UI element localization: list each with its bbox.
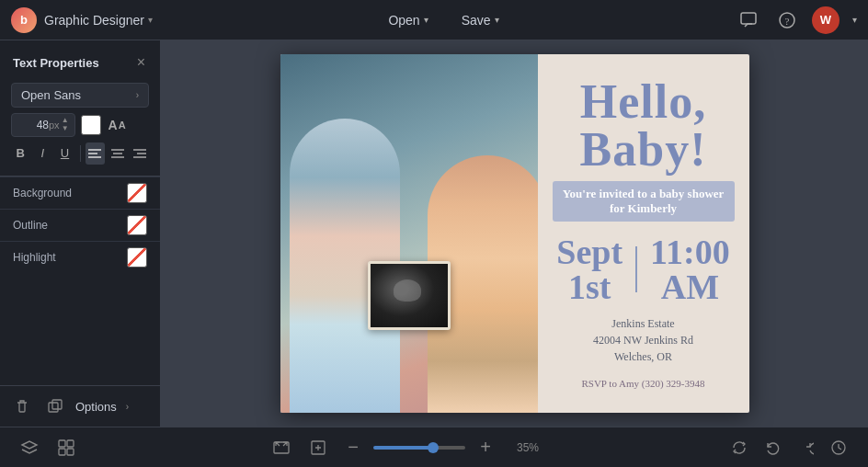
options-row: Options › <box>0 385 160 427</box>
help-icon-button[interactable]: ? <box>773 6 801 34</box>
time-line2: AM <box>650 269 730 304</box>
grid-view-button[interactable] <box>51 433 81 462</box>
address-block: Jenkins Estate 42004 NW Jenkins Rd Welch… <box>593 315 693 365</box>
panel-title: Text Properties <box>13 56 99 70</box>
delete-button[interactable] <box>9 393 35 419</box>
app-name-dropdown[interactable]: Graphic Designer ▾ <box>44 13 153 28</box>
font-selector[interactable]: Open Sans › <box>11 83 149 108</box>
format-divider-1 <box>80 145 81 162</box>
svg-rect-16 <box>59 449 65 455</box>
topbar-center: Open ▾ Save ▾ <box>153 7 735 33</box>
expand-button[interactable] <box>303 433 333 462</box>
svg-rect-13 <box>52 400 62 409</box>
address-line3: Welches, OR <box>593 348 693 365</box>
redo-button[interactable] <box>791 433 820 462</box>
design-card: Hello, Baby! You're invited to a baby sh… <box>280 54 749 413</box>
font-size-input-wrap: px ▲ ▼ <box>11 113 75 137</box>
address-line1: Jenkins Estate <box>593 315 693 332</box>
font-size-row: px ▲ ▼ A A <box>11 113 149 137</box>
align-right-button[interactable] <box>131 142 149 165</box>
align-center-button[interactable] <box>108 142 127 165</box>
app-name-label: Graphic Designer <box>44 13 144 28</box>
user-avatar[interactable]: W <box>812 6 839 34</box>
highlight-property-row: Highlight <box>0 241 160 273</box>
address-line2: 42004 NW Jenkins Rd <box>593 332 693 348</box>
background-property-row: Background <box>0 177 160 209</box>
time-line1: 11:00 <box>650 234 730 269</box>
letter-case-button[interactable]: A A <box>107 116 128 134</box>
background-swatch-slash <box>128 184 146 202</box>
font-size-unit: px <box>49 120 60 131</box>
design-right-panel: Hello, Baby! You're invited to a baby sh… <box>538 54 749 413</box>
save-button[interactable]: Save ▾ <box>449 7 512 33</box>
date-line2: 1st <box>556 269 622 304</box>
topbar-right: ? W ▾ <box>735 6 857 34</box>
invite-text: You're invited to a baby shower for Kimb… <box>562 187 725 216</box>
zoom-in-button[interactable]: + <box>473 435 498 461</box>
text-format-row: B I U <box>11 142 149 165</box>
svg-rect-0 <box>741 13 756 24</box>
save-chevron: ▾ <box>495 15 499 25</box>
svg-rect-17 <box>67 449 74 455</box>
text-color-swatch[interactable] <box>81 115 101 135</box>
panel-close-button[interactable]: × <box>135 53 147 72</box>
align-left-button[interactable] <box>86 142 104 165</box>
highlight-swatch-slash <box>128 248 146 267</box>
font-size-arrows: ▲ ▼ <box>62 117 69 133</box>
bottom-bar: − + 35% <box>0 427 868 467</box>
date-line1: Sept <box>556 234 622 269</box>
zoom-slider[interactable] <box>373 446 465 450</box>
italic-button[interactable]: I <box>33 142 51 165</box>
background-label: Background <box>13 187 72 199</box>
panel-header: Text Properties × <box>6 48 154 77</box>
open-button[interactable]: Open ▾ <box>375 7 440 33</box>
main-area: Text Properties × Open Sans › px ▲ ▼ <box>0 40 868 427</box>
duplicate-button[interactable] <box>42 393 68 419</box>
couple-photo-bg <box>280 54 538 413</box>
fit-screen-button[interactable] <box>267 433 296 462</box>
font-chevron-icon: › <box>136 90 139 100</box>
topbar: b Graphic Designer ▾ Open ▾ Save ▾ ? <box>0 0 868 40</box>
bottom-right-controls <box>725 433 853 462</box>
loop-button[interactable] <box>725 433 754 462</box>
options-chevron-icon: › <box>126 402 129 412</box>
left-sidebar: Text Properties × Open Sans › px ▲ ▼ <box>0 40 161 427</box>
font-size-input[interactable] <box>17 119 49 131</box>
bold-button[interactable]: B <box>11 142 29 165</box>
outline-swatch-slash <box>128 216 146 234</box>
canvas-area[interactable]: Hello, Baby! You're invited to a baby sh… <box>161 40 868 427</box>
zoom-percentage: 35% <box>506 441 539 454</box>
font-size-down-arrow[interactable]: ▼ <box>62 125 69 133</box>
outline-swatch[interactable] <box>127 215 147 235</box>
background-swatch[interactable] <box>127 183 147 203</box>
chat-icon-button[interactable] <box>735 6 762 34</box>
history-button[interactable] <box>824 433 853 462</box>
undo-button[interactable] <box>758 433 787 462</box>
open-chevron: ▾ <box>424 15 428 25</box>
ultrasound-wrap <box>368 261 451 330</box>
zoom-out-button[interactable]: − <box>340 435 366 461</box>
date-time-divider <box>635 246 637 292</box>
invite-text-wrap: You're invited to a baby shower for Kimb… <box>553 181 735 222</box>
layers-button[interactable] <box>15 433 44 462</box>
svg-rect-14 <box>59 440 65 447</box>
rsvp-text: RSVP to Amy (320) 329-3948 <box>581 378 704 389</box>
highlight-swatch[interactable] <box>127 247 147 268</box>
hello-baby-text: Hello, Baby! <box>580 78 707 174</box>
app-logo: b <box>11 7 37 33</box>
svg-rect-15 <box>67 440 74 447</box>
outline-property-row: Outline <box>0 209 160 241</box>
date-time-row: Sept 1st 11:00 AM <box>556 234 729 304</box>
zoom-thumb[interactable] <box>428 442 439 453</box>
font-name-label: Open Sans <box>21 88 81 102</box>
user-dropdown-chevron[interactable]: ▾ <box>852 15 857 25</box>
svg-text:?: ? <box>785 15 790 26</box>
text-properties-panel: Text Properties × Open Sans › px ▲ ▼ <box>0 40 160 177</box>
design-photo <box>280 54 538 413</box>
underline-button[interactable]: U <box>55 142 74 165</box>
options-label[interactable]: Options <box>75 400 117 414</box>
logo-letter: b <box>20 13 28 27</box>
ultrasound-image <box>371 264 448 327</box>
time-block: 11:00 AM <box>650 234 730 304</box>
outline-label: Outline <box>13 219 48 232</box>
